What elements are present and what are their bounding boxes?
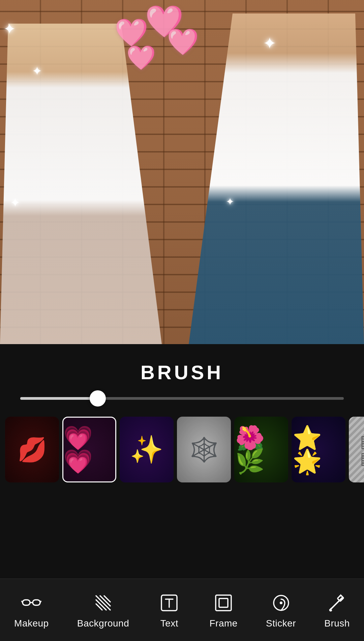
brush-options-row: 💋 💗💗 ✨ 🕸️ 🌺🌿 ⭐🌟 ▦▦▦▦	[0, 417, 364, 482]
nav-item-sticker[interactable]: Sticker	[261, 588, 301, 632]
slider-track[interactable]	[20, 397, 344, 400]
sticker-icon	[269, 591, 293, 615]
brush-emoji-web: 🕸️	[178, 418, 230, 481]
svg-rect-1	[33, 600, 40, 605]
svg-rect-13	[216, 595, 231, 611]
brush-emoji-lips: 💋	[6, 418, 58, 481]
svg-rect-0	[23, 600, 30, 605]
nav-label-background: Background	[77, 618, 129, 629]
text-icon	[157, 591, 181, 615]
svg-line-17	[331, 598, 342, 609]
slider-fill	[20, 397, 98, 400]
nav-label-makeup: Makeup	[14, 618, 49, 629]
brush-item-flower[interactable]: 🌺🌿	[234, 417, 288, 482]
brush-emoji-neon-stars: ⭐🌟	[293, 418, 344, 481]
brush-emoji-flower: 🌺🌿	[235, 418, 287, 481]
brush-title: BRUSH	[0, 344, 364, 397]
glasses-icon	[20, 591, 43, 615]
photo-canvas: ✦ ✦ ✦ ✦ ✦ 🩷 🩷 🩷 🩷	[0, 0, 364, 344]
nav-bar: Makeup Background	[0, 579, 364, 641]
svg-line-18	[330, 609, 331, 610]
brush-item-hearts[interactable]: 💗💗	[62, 417, 116, 482]
nav-item-text[interactable]: Text	[152, 588, 186, 632]
svg-point-16	[280, 602, 282, 604]
brush-item-web[interactable]: 🕸️	[177, 417, 231, 482]
nav-item-background[interactable]: Background	[72, 588, 134, 632]
nav-label-sticker: Sticker	[266, 618, 296, 629]
nav-label-text: Text	[160, 618, 178, 629]
nav-item-makeup[interactable]: Makeup	[9, 588, 54, 632]
nav-item-frame[interactable]: Frame	[205, 588, 243, 632]
brush-emoji-hearts: 💗💗	[63, 418, 115, 481]
brush-item-stars[interactable]: ✨	[120, 417, 174, 482]
svg-rect-14	[219, 598, 228, 607]
brush-item-lips[interactable]: 💋	[5, 417, 59, 482]
heart-balloon-3: 🩷	[167, 27, 199, 57]
slider-thumb[interactable]	[90, 390, 106, 407]
nav-label-frame: Frame	[210, 618, 238, 629]
brush-item-grid[interactable]: ▦▦▦▦	[349, 417, 364, 482]
slider-container[interactable]	[0, 397, 364, 400]
svg-text:✦: ✦	[339, 593, 343, 598]
brush-emoji-stars: ✨	[121, 418, 173, 481]
heart-balloon-4: 🩷	[126, 44, 156, 72]
nav-item-brush[interactable]: ✦ Brush	[319, 588, 355, 632]
brush-emoji-grid: ▦▦▦▦	[350, 418, 364, 481]
bottom-panel: BRUSH 💋 💗💗 ✨ 🕸️ 🌺🌿 ⭐🌟 ▦▦▦▦	[0, 344, 364, 641]
brush-icon: ✦	[325, 591, 349, 615]
background-icon	[91, 591, 115, 615]
nav-label-brush: Brush	[324, 618, 350, 629]
brush-item-neon-stars[interactable]: ⭐🌟	[292, 417, 345, 482]
svg-line-5	[96, 596, 110, 610]
frame-icon	[212, 591, 235, 615]
